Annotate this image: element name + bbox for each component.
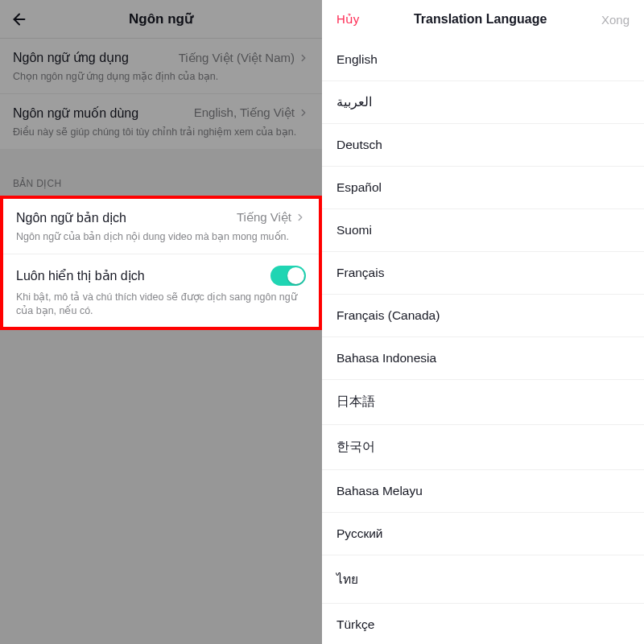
language-option[interactable]: Русский <box>322 513 644 555</box>
always-show-desc: Khi bật, mô tả và chú thích video sẽ đượ… <box>16 291 306 318</box>
translation-language-row[interactable]: Ngôn ngữ bản dịch Tiếng Việt Ngôn ngữ củ… <box>3 199 319 254</box>
settings-screen: Ngôn ngữ Ngôn ngữ ứng dụng Tiếng Việt (V… <box>0 0 322 644</box>
page-title: Ngôn ngữ <box>129 10 193 27</box>
app-language-label: Ngôn ngữ ứng dụng <box>13 50 129 65</box>
modal-header: Hủy Translation Language Xong <box>322 0 644 39</box>
preferred-language-desc: Điều này sẽ giúp chúng tôi tùy chỉnh trả… <box>13 126 309 139</box>
cancel-button[interactable]: Hủy <box>336 12 359 27</box>
arrow-left-icon <box>10 10 28 28</box>
chevron-right-icon <box>298 107 309 118</box>
language-list[interactable]: EnglishالعربيةDeutschEspañolSuomiFrançai… <box>322 39 644 644</box>
chevron-right-icon <box>298 52 309 64</box>
language-option[interactable]: Suomi <box>322 209 644 252</box>
left-header: Ngôn ngữ <box>0 0 322 39</box>
language-option[interactable]: Français (Canada) <box>322 295 644 337</box>
app-language-row[interactable]: Ngôn ngữ ứng dụng Tiếng Việt (Việt Nam) … <box>0 39 322 93</box>
toggle-knob <box>287 267 304 284</box>
language-option[interactable]: Türkçe <box>322 604 644 644</box>
translation-language-desc: Ngôn ngữ của bản dịch nội dung video mà … <box>16 230 306 244</box>
modal-title: Translation Language <box>414 12 547 27</box>
preferred-language-label: Ngôn ngữ muốn dùng <box>13 105 138 121</box>
always-show-label: Luôn hiển thị bản dịch <box>16 268 145 283</box>
app-language-value: Tiếng Việt (Việt Nam) <box>179 51 295 65</box>
back-button[interactable] <box>10 10 29 29</box>
chevron-right-icon <box>295 212 306 223</box>
translation-language-modal: Hủy Translation Language Xong Englishالع… <box>322 0 644 644</box>
language-option[interactable]: 한국어 <box>322 425 644 470</box>
translation-language-value: Tiếng Việt <box>237 210 291 225</box>
language-option[interactable]: العربية <box>322 81 644 124</box>
translation-language-label: Ngôn ngữ bản dịch <box>16 210 126 225</box>
highlighted-section: Ngôn ngữ bản dịch Tiếng Việt Ngôn ngữ củ… <box>0 196 322 331</box>
translation-section-title: BẢN DỊCH <box>0 173 322 196</box>
preferred-language-value: English, Tiếng Việt <box>194 105 295 120</box>
language-option[interactable]: Bahasa Indonesia <box>322 337 644 380</box>
language-option[interactable]: Français <box>322 252 644 295</box>
preferred-language-row[interactable]: Ngôn ngữ muốn dùng English, Tiếng Việt Đ… <box>0 93 322 149</box>
language-option[interactable]: English <box>322 39 644 81</box>
done-button[interactable]: Xong <box>601 13 630 27</box>
language-option[interactable]: Español <box>322 167 644 209</box>
language-option[interactable]: Bahasa Melayu <box>322 470 644 513</box>
always-show-translation-row: Luôn hiển thị bản dịch Khi bật, mô tả và… <box>3 254 319 328</box>
language-option[interactable]: 日本語 <box>322 380 644 425</box>
language-option[interactable]: ไทย <box>322 555 644 604</box>
app-language-desc: Chọn ngôn ngữ ứng dụng mặc định của bạn. <box>13 70 309 84</box>
always-show-toggle[interactable] <box>270 266 306 286</box>
language-option[interactable]: Deutsch <box>322 124 644 167</box>
